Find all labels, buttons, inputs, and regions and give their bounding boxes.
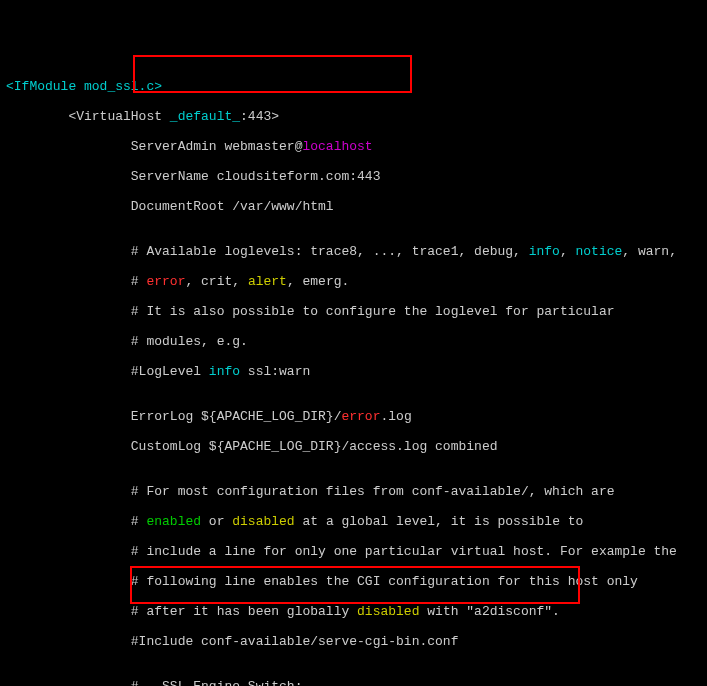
code-viewport: { "config": { "l1": "<IfModule mod_ssl.c…: [6, 19, 701, 686]
loglevels2-a: #: [6, 274, 146, 289]
conf-comment-5c: with "a2disconf".: [419, 604, 559, 619]
loglevel-directive-c: ssl:warn: [240, 364, 310, 379]
conf-comment-5a: # after it has been globally: [6, 604, 357, 619]
documentroot-line: DocumentRoot /var/www/html: [6, 199, 334, 214]
loglevel-comment-4: # modules, e.g.: [6, 334, 248, 349]
errorlog-a: ErrorLog ${APACHE_LOG_DIR}/: [6, 409, 341, 424]
loglevels2-c: , crit,: [185, 274, 247, 289]
ifmodule-open: <IfModule mod_ssl.c>: [6, 79, 162, 94]
disabled-token-2: disabled: [357, 604, 419, 619]
conf-comment-3: # include a line for only one particular…: [6, 544, 677, 559]
loglevel-directive-a: #LogLevel: [6, 364, 209, 379]
loglevels-comment-a: # Available loglevels: trace8, ..., trac…: [6, 244, 529, 259]
disabled-token-1: disabled: [232, 514, 294, 529]
notice-token: notice: [576, 244, 623, 259]
conf-comment-2a: #: [6, 514, 146, 529]
alert-token: alert: [248, 274, 287, 289]
customlog-line: CustomLog ${APACHE_LOG_DIR}/access.log c…: [6, 439, 497, 454]
ssl-switch-1: # SSL Engine Switch:: [6, 679, 302, 686]
loglevels-comment-e: , warn,: [622, 244, 677, 259]
info-token-1: info: [529, 244, 560, 259]
servername-line: ServerName cloudsiteform.com:443: [6, 169, 380, 184]
loglevels2-e: , emerg.: [287, 274, 349, 289]
conf-comment-2e: at a global level, it is possible to: [295, 514, 584, 529]
conf-comment-1: # For most configuration files from conf…: [6, 484, 615, 499]
conf-comment-2c: or: [201, 514, 232, 529]
error-token-2: error: [341, 409, 380, 424]
enabled-token: enabled: [146, 514, 201, 529]
default-token: _default_: [170, 109, 240, 124]
errorlog-c: .log: [380, 409, 411, 424]
include-comment: #Include conf-available/serve-cgi-bin.co…: [6, 634, 458, 649]
localhost-token: localhost: [302, 139, 372, 154]
serveradmin-pre: ServerAdmin webmaster@: [6, 139, 302, 154]
info-token-2: info: [209, 364, 240, 379]
conf-comment-4: # following line enables the CGI configu…: [6, 574, 638, 589]
error-token-1: error: [146, 274, 185, 289]
virtualhost-open-post: :443>: [240, 109, 279, 124]
loglevel-comment-3: # It is also possible to configure the l…: [6, 304, 615, 319]
loglevels-comment-c: ,: [560, 244, 576, 259]
virtualhost-open-pre: <VirtualHost: [6, 109, 170, 124]
